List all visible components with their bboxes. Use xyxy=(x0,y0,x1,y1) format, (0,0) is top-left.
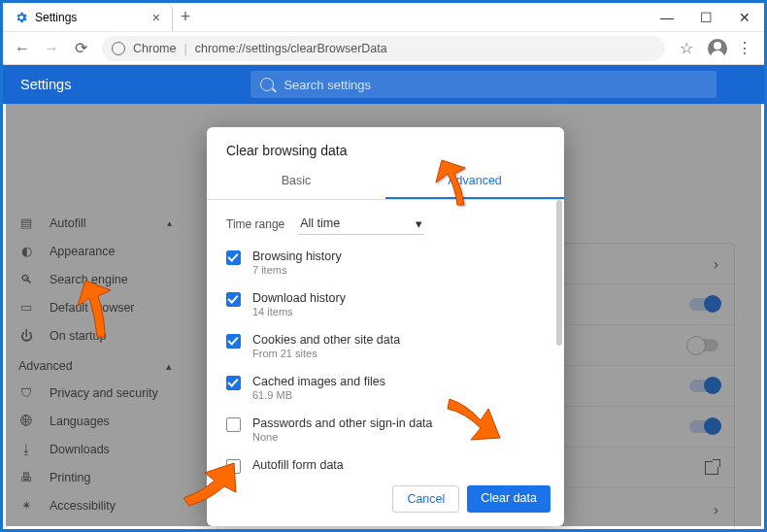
back-button[interactable]: ← xyxy=(9,35,36,62)
checkbox-row-passwords[interactable]: Passwords and other sign-in dataNone xyxy=(226,410,554,451)
settings-search-input[interactable]: Search settings xyxy=(250,71,717,98)
browser-toolbar: ← → ⟳ Chrome | chrome://settings/clearBr… xyxy=(3,32,764,65)
profile-avatar-button[interactable] xyxy=(706,37,729,60)
bookmark-star-icon[interactable]: ☆ xyxy=(673,35,700,62)
minimize-button[interactable]: — xyxy=(648,3,686,32)
avatar-icon xyxy=(708,39,727,58)
settings-title: Settings xyxy=(20,77,71,92)
time-range-row: Time range All time ▾ xyxy=(226,208,554,243)
omnibox-separator: | xyxy=(183,42,186,55)
maximize-button[interactable]: ☐ xyxy=(686,3,725,32)
checkbox-label: Autofill form data xyxy=(252,458,344,472)
tab-title: Settings xyxy=(35,11,77,24)
checkbox-sub: 7 items xyxy=(252,264,342,276)
new-tab-button[interactable]: + xyxy=(173,7,198,27)
reload-button[interactable]: ⟳ xyxy=(67,35,94,62)
checkbox-row-download-history[interactable]: Download history14 items xyxy=(226,284,554,326)
window-controls: — ☐ ✕ xyxy=(648,3,764,32)
omnibox-label: Chrome xyxy=(133,42,176,55)
tab-basic[interactable]: Basic xyxy=(207,166,385,199)
checkbox-label: Browsing history xyxy=(252,249,342,263)
omnibox-url: chrome://settings/clearBrowserData xyxy=(195,42,387,55)
checkbox-row-cookies[interactable]: Cookies and other site dataFrom 21 sites xyxy=(226,326,554,368)
tab-advanced[interactable]: Advanced xyxy=(385,166,564,199)
search-icon xyxy=(260,78,274,91)
dialog-tabs: Basic Advanced xyxy=(207,166,564,200)
checkbox-label: Download history xyxy=(252,291,346,305)
clear-browsing-data-dialog: Clear browsing data Basic Advanced Time … xyxy=(207,127,564,526)
dialog-title: Clear browsing data xyxy=(207,127,564,166)
checkbox-sub: None xyxy=(252,431,433,443)
tab-close-button[interactable]: × xyxy=(152,11,160,24)
checkbox-row-autofill[interactable]: Autofill form data xyxy=(226,451,554,476)
dropdown-caret-icon: ▾ xyxy=(416,216,422,231)
checkbox-label: Passwords and other sign-in data xyxy=(252,416,433,430)
checkbox-row-browsing-history[interactable]: Browsing history7 items xyxy=(226,243,554,284)
address-bar[interactable]: Chrome | chrome://settings/clearBrowserD… xyxy=(102,36,665,61)
checkbox-sub: 14 items xyxy=(252,306,346,317)
time-range-label: Time range xyxy=(226,217,284,231)
time-range-select[interactable]: All time ▾ xyxy=(298,214,424,235)
scrollbar[interactable] xyxy=(556,200,562,476)
settings-header: Settings Search settings xyxy=(3,65,764,104)
dialog-footer: Cancel Clear data xyxy=(207,476,564,526)
chrome-icon xyxy=(112,42,125,55)
clear-data-button[interactable]: Clear data xyxy=(467,485,550,513)
checkbox-sub: From 21 sites xyxy=(252,348,400,359)
system-icon: ⬚ xyxy=(18,526,34,533)
time-range-value: All time xyxy=(300,216,340,231)
checkbox-unchecked[interactable] xyxy=(226,459,241,474)
checkbox-row-cached[interactable]: Cached images and files61.9 MB xyxy=(226,368,554,410)
checkbox-checked[interactable] xyxy=(226,250,241,265)
browser-menu-button[interactable]: ⋮ xyxy=(731,35,758,62)
cancel-button[interactable]: Cancel xyxy=(392,485,459,513)
gear-icon xyxy=(15,11,28,24)
checkbox-label: Cached images and files xyxy=(252,375,385,388)
window-titlebar: Settings × + — ☐ ✕ xyxy=(3,3,764,32)
browser-tab[interactable]: Settings × xyxy=(3,3,173,31)
close-window-button[interactable]: ✕ xyxy=(725,3,764,32)
checkbox-sub: 61.9 MB xyxy=(252,389,385,401)
checkbox-checked[interactable] xyxy=(226,376,241,390)
scrollbar-thumb[interactable] xyxy=(556,200,562,346)
checkbox-checked[interactable] xyxy=(226,292,241,307)
checkbox-label: Cookies and other site data xyxy=(252,333,400,347)
dialog-body: Time range All time ▾ Browsing history7 … xyxy=(207,200,564,476)
settings-search-placeholder: Search settings xyxy=(283,78,371,92)
checkbox-checked[interactable] xyxy=(226,334,241,349)
checkbox-unchecked[interactable] xyxy=(226,417,241,432)
sidebar-label: System xyxy=(50,527,90,533)
forward-button[interactable]: → xyxy=(38,35,65,62)
